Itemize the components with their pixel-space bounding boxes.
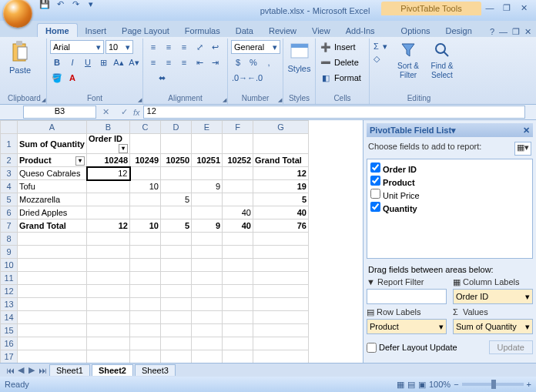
sheet-next[interactable]: ▶: [26, 365, 37, 375]
font-color[interactable]: A: [65, 71, 79, 85]
zoom-in[interactable]: +: [527, 380, 531, 389]
row-labels-box[interactable]: Product▾: [367, 319, 447, 334]
fill-color[interactable]: 🪣: [50, 71, 64, 85]
clipboard-launcher[interactable]: ◢: [42, 97, 45, 103]
clear-button[interactable]: ◇: [373, 53, 380, 64]
field-product[interactable]: Product: [370, 175, 529, 188]
tab-insert[interactable]: Insert: [78, 24, 115, 37]
report-filter-box[interactable]: [367, 289, 447, 304]
align-left[interactable]: ≡: [146, 55, 160, 69]
values-box[interactable]: Sum of Quantity▾: [453, 319, 533, 334]
bold-button[interactable]: B: [50, 55, 64, 69]
delete-cells[interactable]: ➖: [319, 55, 333, 69]
minimize-button[interactable]: —: [482, 3, 497, 14]
indent-dec[interactable]: ⇤: [193, 55, 206, 69]
format-cells[interactable]: ◧: [319, 71, 333, 85]
field-quantity[interactable]: Quantity: [370, 201, 529, 214]
tab-page-layout[interactable]: Page Layout: [114, 24, 177, 37]
sort-filter-button[interactable]: Sort & Filter: [391, 39, 425, 79]
sheet-prev[interactable]: ◀: [15, 365, 26, 375]
office-button[interactable]: [3, 0, 32, 28]
view-normal-icon[interactable]: ▦: [397, 380, 404, 390]
italic-button[interactable]: I: [65, 55, 79, 69]
sheet-tab-1[interactable]: Sheet1: [49, 364, 90, 376]
sheet-first[interactable]: ⏮: [5, 366, 15, 375]
align-right[interactable]: ≡: [177, 55, 191, 69]
zoom-out[interactable]: −: [454, 380, 458, 389]
shrink-font[interactable]: A▾: [127, 55, 141, 69]
worksheet-grid[interactable]: ABCDEFG1Sum of QuantityOrder ID▾2Product…: [0, 120, 309, 363]
tab-formulas[interactable]: Formulas: [177, 24, 228, 37]
font-name[interactable]: Arial▾: [50, 40, 104, 54]
help-button[interactable]: ?: [490, 27, 494, 37]
number-launcher[interactable]: ◢: [278, 97, 282, 103]
enter-fx-icon[interactable]: ✓: [121, 107, 128, 117]
tab-options[interactable]: Options: [394, 24, 438, 37]
field-order-id[interactable]: Order ID: [370, 162, 529, 175]
pane-menu-icon[interactable]: ▾: [451, 123, 456, 137]
tab-data[interactable]: Data: [228, 24, 261, 37]
cancel-fx-icon[interactable]: ✕: [102, 107, 109, 117]
align-bot[interactable]: ≡: [177, 40, 191, 54]
view-break-icon[interactable]: ▣: [418, 380, 426, 390]
autosum-button[interactable]: Σ: [373, 41, 380, 52]
ribbon-close[interactable]: ✕: [524, 27, 531, 37]
close-button[interactable]: ✕: [516, 3, 531, 14]
merge-button[interactable]: ⬌: [146, 71, 177, 85]
zoom-slider[interactable]: [462, 383, 524, 386]
ribbon-minimize[interactable]: —: [499, 27, 508, 37]
qat-save[interactable]: 💾: [39, 0, 51, 12]
name-box[interactable]: B3: [23, 106, 96, 119]
field-list[interactable]: Order ID Product Unit Price Quantity: [367, 159, 533, 259]
qat-more[interactable]: ▾: [85, 0, 97, 12]
view-layout-icon[interactable]: ▤: [407, 380, 415, 390]
number-format[interactable]: General▾: [231, 40, 280, 54]
defer-checkbox[interactable]: [367, 343, 377, 353]
dec-decimal[interactable]: ←.0: [246, 71, 260, 85]
qat-redo[interactable]: ↷: [69, 0, 82, 12]
align-mid[interactable]: ≡: [162, 40, 176, 54]
tab-design[interactable]: Design: [438, 24, 480, 37]
update-button[interactable]: Update: [489, 340, 533, 354]
tab-home[interactable]: Home: [37, 23, 78, 37]
font-launcher[interactable]: ◢: [138, 97, 142, 103]
sheet-last[interactable]: ⏭: [37, 366, 48, 375]
tab-addins[interactable]: Add-Ins: [338, 24, 383, 37]
align-top[interactable]: ≡: [146, 40, 160, 54]
qat-undo[interactable]: ↶: [54, 0, 66, 12]
styles-button[interactable]: Styles: [286, 39, 312, 73]
inc-decimal[interactable]: .0→: [231, 71, 245, 85]
orientation[interactable]: ⤢: [193, 40, 206, 54]
formula-bar[interactable]: 12: [143, 106, 525, 119]
ribbon-restore[interactable]: ❐: [512, 27, 520, 37]
wrap-text[interactable]: ↩: [208, 40, 222, 54]
pane-layout-button[interactable]: ▦▾: [514, 142, 531, 156]
sheet-tab-2[interactable]: Sheet2: [92, 364, 133, 376]
fill-button[interactable]: ▾: [382, 41, 388, 52]
row-labels-label: ▤ Row Labels: [367, 307, 447, 317]
tab-review[interactable]: Review: [261, 24, 304, 37]
sheet-tab-3[interactable]: Sheet3: [135, 364, 176, 376]
paste-button[interactable]: Paste: [5, 39, 35, 75]
align-center[interactable]: ≡: [162, 55, 176, 69]
drag-label: Drag fields between areas below:: [368, 265, 531, 274]
field-unit-price[interactable]: Unit Price: [370, 188, 529, 201]
font-size[interactable]: 10▾: [106, 40, 133, 54]
currency-button[interactable]: $: [231, 55, 245, 69]
column-labels-box[interactable]: Order ID▾: [453, 289, 533, 304]
insert-cells[interactable]: ➕: [319, 40, 333, 54]
border-button[interactable]: ⊞: [96, 55, 110, 69]
find-select-button[interactable]: Find & Select: [425, 39, 459, 79]
indent-inc[interactable]: ⇥: [208, 55, 222, 69]
zoom-level[interactable]: 100%: [429, 380, 451, 389]
align-launcher[interactable]: ◢: [223, 97, 226, 103]
percent-button[interactable]: %: [246, 55, 260, 69]
underline-button[interactable]: U: [81, 55, 95, 69]
maximize-button[interactable]: ❐: [499, 3, 514, 14]
defer-label: Defer Layout Update: [379, 343, 457, 352]
fx-icon[interactable]: fx: [133, 108, 140, 117]
grow-font[interactable]: A▴: [112, 55, 126, 69]
pane-close-icon[interactable]: ✕: [523, 123, 530, 137]
tab-view[interactable]: View: [304, 24, 338, 37]
comma-button[interactable]: ,: [262, 55, 276, 69]
